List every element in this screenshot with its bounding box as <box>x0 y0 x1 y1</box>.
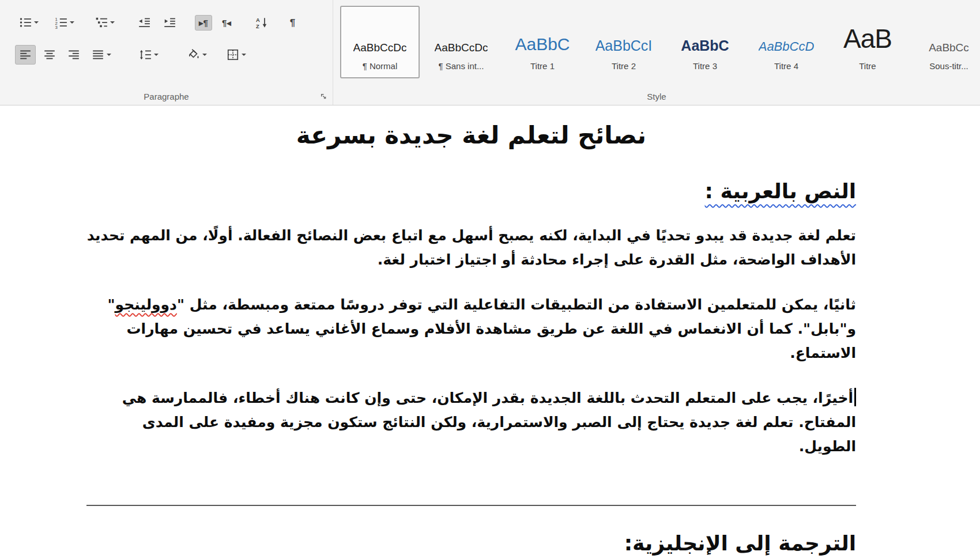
svg-text:3: 3 <box>55 25 58 29</box>
bullet-list-button[interactable] <box>15 13 43 32</box>
decrease-indent-icon <box>138 16 150 29</box>
translation-section-heading[interactable]: الترجمة إلى الإنجليزية: <box>86 531 856 555</box>
justify-icon <box>92 48 104 61</box>
sort-az-icon: A Z <box>255 16 268 29</box>
paragraph-dialog-launcher[interactable] <box>319 92 328 101</box>
style-preview: AaBbC <box>681 7 729 61</box>
style-label: ¶ Normal <box>363 61 398 75</box>
style-label: Titre 1 <box>530 61 555 75</box>
style-preview: AaBbCc <box>929 7 969 61</box>
pilcrow-icon: ¶ <box>290 18 295 28</box>
ribbon: 1 2 3 <box>0 0 980 105</box>
style-label: Titre 2 <box>612 61 636 75</box>
style-card-titre[interactable]: AaB Titre <box>828 6 907 78</box>
dropdown-caret-icon[interactable] <box>110 21 115 24</box>
increase-indent-button[interactable] <box>159 13 180 32</box>
increase-indent-icon <box>163 16 176 29</box>
style-preview: AaBbCcD <box>759 7 815 61</box>
style-label: Sous-titr... <box>929 61 968 75</box>
line-spacing-icon <box>139 48 152 61</box>
dropdown-caret-icon[interactable] <box>34 21 39 24</box>
paragraph-3-text[interactable]: أخيرًا، يجب على المتعلم التحدث باللغة ال… <box>122 390 856 455</box>
align-left-button[interactable] <box>15 45 36 65</box>
style-label: ¶ Sans int... <box>439 61 484 75</box>
numbered-list-button[interactable]: 1 2 3 <box>51 13 78 32</box>
arabic-heading-text[interactable]: النص بالعربية : <box>705 179 856 203</box>
style-label: Titre 3 <box>693 61 717 75</box>
paragraph-2-before[interactable]: ثانيًا، يمكن للمتعلمين الاستفادة من التط… <box>177 296 856 313</box>
text-cursor <box>854 388 856 406</box>
shading-button[interactable] <box>183 45 211 65</box>
paragraph-row-1: 1 2 3 <box>15 9 333 36</box>
style-gallery: AaBbCcDc ¶ Normal AaBbCcDc ¶ Sans int...… <box>333 0 980 88</box>
style-card-normal[interactable]: AaBbCcDc ¶ Normal <box>340 6 420 78</box>
dropdown-caret-icon[interactable] <box>107 54 111 56</box>
align-right-button[interactable] <box>63 45 84 65</box>
style-group: AaBbCcDc ¶ Normal AaBbCcDc ¶ Sans int...… <box>333 0 980 105</box>
style-group-footer: Style <box>333 88 980 105</box>
style-preview: AaB <box>843 7 892 61</box>
multilevel-list-button[interactable] <box>91 13 119 32</box>
decrease-indent-button[interactable] <box>134 13 154 32</box>
numbered-list-icon: 1 2 3 <box>55 16 67 29</box>
paragraph-3[interactable]: أخيرًا، يجب على المتعلم التحدث باللغة ال… <box>86 386 856 459</box>
line-spacing-button[interactable] <box>135 45 163 65</box>
rtl-text-direction-button[interactable]: ▸¶ <box>195 15 212 31</box>
paragraph-group: 1 2 3 <box>0 0 333 105</box>
dialog-launcher-icon <box>320 93 327 100</box>
paragraph-group-label: Paragraphe <box>0 92 333 101</box>
paragraph-row-2 <box>15 41 333 68</box>
ltr-text-direction-button[interactable]: ¶◂ <box>218 15 235 31</box>
align-left-icon <box>19 48 32 61</box>
style-preview: AaBbCcDc <box>353 7 407 61</box>
bullet-list-icon <box>19 16 32 29</box>
paragraph-1[interactable]: تعلم لغة جديدة قد يبدو تحديًا في البداية… <box>86 224 856 272</box>
style-label: Titre 4 <box>774 61 798 75</box>
style-card-titre-3[interactable]: AaBbC Titre 3 <box>665 6 745 78</box>
dropdown-caret-icon[interactable] <box>70 21 74 24</box>
dropdown-caret-icon[interactable] <box>202 54 207 56</box>
sort-button[interactable]: A Z <box>251 13 272 32</box>
style-preview: AaBbCcI <box>595 7 653 61</box>
paragraph-controls: 1 2 3 <box>0 0 333 88</box>
horizontal-rule <box>86 505 856 506</box>
word-window: 1 2 3 <box>0 0 980 559</box>
paragraph-2[interactable]: ثانيًا، يمكن للمتعلمين الاستفادة من التط… <box>86 293 856 365</box>
dropdown-caret-icon[interactable] <box>154 54 159 56</box>
borders-icon <box>227 48 239 61</box>
align-right-icon <box>67 48 80 61</box>
arabic-section-heading[interactable]: النص بالعربية : <box>86 179 856 203</box>
document-title[interactable]: نصائح لتعلم لغة جديدة بسرعة <box>86 121 856 149</box>
document-canvas[interactable]: نصائح لتعلم لغة جديدة بسرعة النص بالعربي… <box>0 106 980 559</box>
borders-button[interactable] <box>223 45 250 65</box>
style-preview: AaBbC <box>515 7 570 61</box>
dropdown-caret-icon[interactable] <box>242 54 246 56</box>
align-center-icon <box>43 48 56 61</box>
misspelled-word[interactable]: دوولينجو <box>115 296 177 313</box>
rtl-paragraph-icon: ▸¶ <box>199 18 208 27</box>
show-hide-pilcrow-button[interactable]: ¶ <box>286 14 299 31</box>
style-card-titre-1[interactable]: AaBbC Titre 1 <box>503 6 582 78</box>
svg-text:A: A <box>256 17 260 23</box>
multilevel-list-icon <box>95 16 108 29</box>
style-card-sous-titre[interactable]: AaBbCc Sous-titr... <box>909 6 980 78</box>
style-group-label: Style <box>333 92 980 101</box>
paint-bucket-icon <box>187 48 200 61</box>
svg-text:Z: Z <box>256 24 259 29</box>
ltr-paragraph-icon: ¶◂ <box>222 18 231 27</box>
document-content: نصائح لتعلم لغة جديدة بسرعة النص بالعربي… <box>86 121 856 555</box>
paragraph-group-footer: Paragraphe <box>0 88 333 105</box>
style-card-titre-4[interactable]: AaBbCcD Titre 4 <box>747 6 826 78</box>
align-center-button[interactable] <box>39 45 60 65</box>
style-preview: AaBbCcDc <box>435 7 488 61</box>
style-card-no-spacing[interactable]: AaBbCcDc ¶ Sans int... <box>421 6 501 78</box>
style-card-titre-2[interactable]: AaBbCcI Titre 2 <box>584 6 664 78</box>
justify-button[interactable] <box>88 45 115 65</box>
style-label: Titre <box>859 61 876 75</box>
